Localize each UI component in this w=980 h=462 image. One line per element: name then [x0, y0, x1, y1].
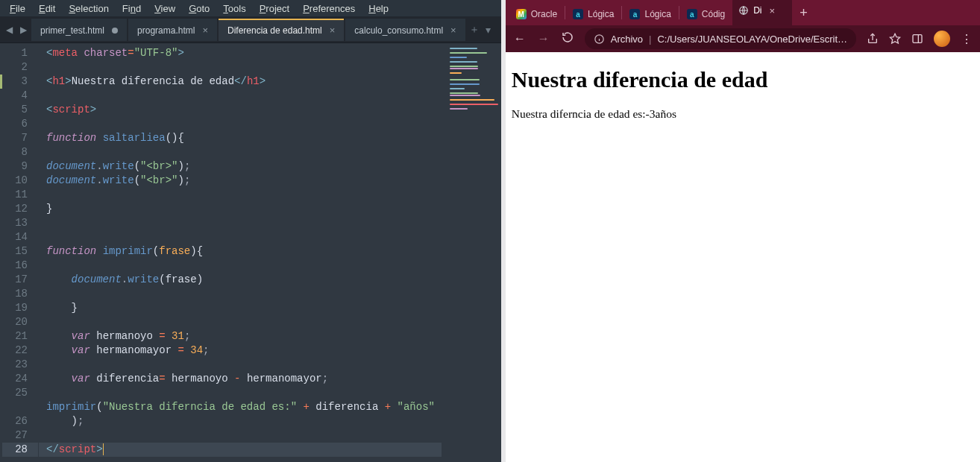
page-heading: Nuestra diferencia de edad: [512, 67, 974, 92]
menu-item-edit[interactable]: Edit: [34, 3, 60, 14]
code-line: [39, 428, 442, 443]
browser-tab[interactable]: MOracle: [509, 3, 565, 25]
line-number: 5: [0, 103, 38, 117]
close-tab-icon[interactable]: ×: [770, 5, 776, 16]
omnibox-path: C:/Users/JUANSEOLAYA/OneDrive/Escrit…: [657, 34, 847, 45]
svg-marker-5: [890, 34, 899, 43]
line-number: 24: [0, 372, 38, 386]
code-line: [39, 315, 442, 329]
line-number: 12: [0, 202, 38, 216]
forward-button[interactable]: →: [537, 32, 550, 45]
editor-tab[interactable]: calculo_consumo.html×: [345, 19, 465, 41]
code-line: [39, 386, 442, 400]
omnibox[interactable]: Archivo | C:/Users/JUANSEOLAYA/OneDrive/…: [585, 28, 856, 49]
diff-marker: [0, 75, 2, 89]
line-number: 11: [0, 188, 38, 202]
reload-button[interactable]: [561, 31, 574, 46]
info-icon: [594, 34, 605, 45]
code-line: </script>: [39, 443, 442, 457]
code-line: document.write(frase): [39, 273, 442, 287]
chrome-browser: MOracleaLógicaaLógicaaCódigDi×+ ← → Arch…: [506, 0, 980, 462]
line-number: 26: [0, 414, 38, 428]
code-line: [39, 230, 442, 244]
back-button[interactable]: ←: [513, 32, 527, 45]
rendered-page: Nuestra diferencia de edad Nuestra difer…: [506, 52, 980, 462]
side-panel-icon[interactable]: [911, 33, 923, 45]
editor-tab-label: Diferencia de edad.html: [227, 25, 322, 36]
favicon-icon: a: [573, 9, 583, 19]
svg-rect-6: [913, 35, 922, 43]
share-icon[interactable]: [867, 33, 879, 45]
code-line: }: [39, 202, 442, 216]
browser-tab[interactable]: aLógica: [622, 3, 678, 25]
code-line: );: [39, 414, 442, 428]
menu-item-view[interactable]: View: [149, 3, 180, 14]
line-number: 21: [0, 329, 38, 344]
browser-tab[interactable]: Di×: [732, 0, 792, 25]
tab-overflow-button[interactable]: ▾: [486, 24, 491, 36]
browser-tab[interactable]: aCódig: [679, 3, 732, 25]
code-line: <h1>Nuestra diferencia de edad</h1>: [39, 75, 442, 89]
line-number: 17: [0, 273, 38, 287]
line-number: 20: [0, 315, 38, 329]
editor-tab-label: calculo_consumo.html: [354, 25, 443, 36]
menu-item-goto[interactable]: Goto: [183, 3, 215, 14]
browser-tab-label: Lógica: [588, 9, 614, 19]
code-line: var diferencia= hermanoyo - hermanomayor…: [39, 372, 442, 386]
omnibox-prefix: Archivo: [611, 34, 643, 45]
line-number: 9: [0, 159, 38, 174]
close-tab-icon[interactable]: ×: [330, 25, 336, 36]
browser-tab-label: Di: [753, 5, 761, 16]
line-number: 16: [0, 259, 38, 273]
line-number: 10: [0, 174, 38, 188]
line-number: 8: [0, 145, 38, 159]
menu-item-file[interactable]: File: [4, 3, 31, 14]
line-number: 7: [0, 131, 38, 145]
line-number: 18: [0, 287, 38, 301]
menu-item-selection[interactable]: Selection: [63, 3, 113, 14]
line-number: 14: [0, 230, 38, 244]
editor-tab[interactable]: Diferencia de edad.html×: [219, 19, 344, 41]
close-tab-icon[interactable]: ×: [202, 25, 208, 36]
menu-item-tools[interactable]: Tools: [218, 3, 251, 14]
code-line: [39, 60, 442, 75]
close-tab-icon[interactable]: ×: [450, 25, 456, 36]
favicon-icon: M: [516, 9, 527, 19]
new-tab-button[interactable]: +: [792, 1, 815, 25]
tab-nav-right-icon[interactable]: ▶: [17, 25, 30, 35]
line-number: 28: [0, 443, 38, 457]
line-number: 15: [0, 244, 38, 259]
profile-avatar[interactable]: [934, 31, 950, 47]
line-number: 23: [0, 358, 38, 372]
browser-tab[interactable]: aLógica: [565, 3, 621, 25]
editor-tab[interactable]: programa.html×: [128, 19, 217, 41]
line-number: 4: [0, 89, 38, 103]
new-tab-button[interactable]: ＋: [469, 23, 480, 37]
browser-toolbar: ← → Archivo | C:/Users/JUANSEOLAYA/OneDr…: [506, 25, 980, 52]
dirty-dot-icon[interactable]: [112, 28, 118, 34]
code-line: <meta charset="UTF-8">: [39, 46, 442, 60]
code-line: [39, 287, 442, 301]
bookmark-star-icon[interactable]: [889, 33, 901, 45]
chrome-menu-button[interactable]: ⋮: [961, 32, 973, 46]
sublime-menu-bar: FileEditSelectionFindViewGotoToolsProjec…: [0, 0, 501, 16]
code-area[interactable]: <meta charset="UTF-8"><h1>Nuestra difere…: [39, 43, 442, 462]
menu-item-help[interactable]: Help: [363, 3, 394, 14]
code-line: [39, 89, 442, 103]
line-number: 19: [0, 301, 38, 315]
minimap[interactable]: [442, 43, 501, 462]
browser-tab-label: Códig: [702, 9, 725, 19]
menu-item-preferences[interactable]: Preferences: [298, 3, 360, 14]
code-line: function saltarliea(){: [39, 131, 442, 145]
editor-tab[interactable]: primer_test.html: [31, 19, 127, 41]
line-number: 6: [0, 117, 38, 131]
line-number: [0, 400, 38, 414]
toolbar-actions: ⋮: [867, 31, 973, 47]
menu-item-project[interactable]: Project: [254, 3, 295, 14]
line-number-gutter: 1234567891011121314151617181920212223242…: [0, 43, 39, 462]
menu-item-find[interactable]: Find: [117, 3, 146, 14]
tab-nav-left-icon[interactable]: ◀: [3, 25, 16, 35]
code-line: [39, 259, 442, 273]
code-line: [39, 145, 442, 159]
line-number: 2: [0, 60, 38, 75]
